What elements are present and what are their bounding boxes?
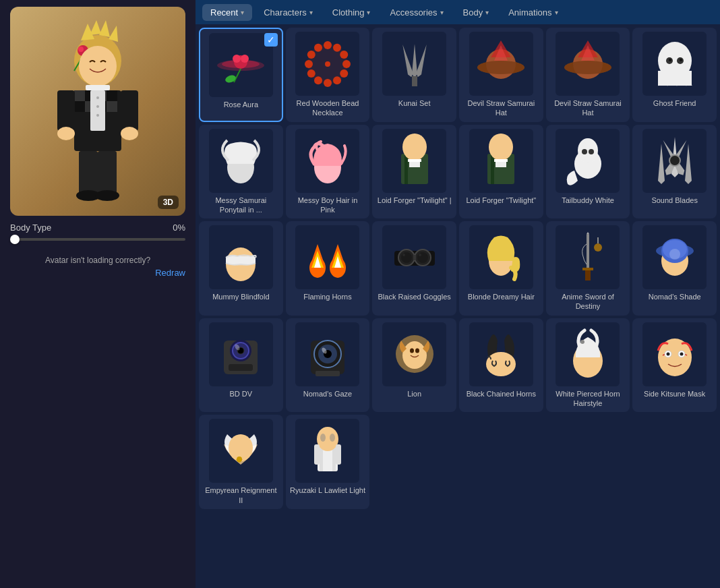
grid-item-mummy-blindfold[interactable]: Mummy Blindfold [199, 221, 283, 316]
svg-point-111 [417, 252, 428, 263]
grid-item-ghost-friend[interactable]: Ghost Friend [632, 28, 717, 122]
svg-rect-159 [314, 444, 320, 465]
item-label-empyrean-reignment: Empyrean Reignment II [203, 486, 279, 505]
svg-marker-94 [658, 144, 665, 184]
svg-point-112 [402, 254, 405, 256]
svg-rect-27 [79, 151, 98, 195]
svg-point-157 [320, 434, 326, 442]
chevron-accessories: ▾ [440, 9, 444, 16]
grid-item-nomads-gaze[interactable]: Nomad's Gaze [286, 318, 370, 413]
grid-item-sound-blades[interactable]: Sound Blades [632, 125, 717, 219]
svg-rect-28 [98, 151, 117, 195]
item-label-blonde-dreamy-hair: Blonde Dreamy Hair [468, 292, 535, 301]
item-image-tailbuddy-white [556, 129, 620, 193]
svg-point-150 [680, 353, 683, 356]
svg-marker-54 [400, 43, 414, 77]
item-label-messy-samurai: Messy Samurai Ponytail in ... [203, 196, 279, 215]
chevron-animations: ▾ [555, 9, 558, 16]
svg-point-45 [305, 60, 313, 68]
grid-item-side-kitsune-mask[interactable]: Side Kitsune Mask [632, 318, 717, 413]
svg-point-63 [564, 61, 611, 74]
svg-point-71 [680, 59, 682, 61]
grid-item-lion[interactable]: Lion [372, 318, 456, 413]
grid-item-bd-dv[interactable]: BD DV [199, 318, 283, 413]
body-type-slider[interactable] [10, 238, 185, 241]
nav-label-body: Body [463, 7, 483, 18]
svg-rect-16 [107, 90, 117, 101]
svg-point-110 [401, 252, 412, 263]
grid-item-loid-forger-twilight[interactable]: Loid Forger "Twilight" | [372, 125, 456, 219]
grid-item-empyrean-reignment[interactable]: Empyrean Reignment II [199, 415, 283, 509]
grid-item-messy-boy[interactable]: Messy Boy Hair in Pink [286, 125, 370, 219]
svg-point-93 [669, 155, 680, 166]
svg-point-20 [96, 96, 99, 99]
svg-rect-13 [74, 101, 85, 112]
grid-item-loid-forger-twilight2[interactable]: Loid Forger "Twilight" [459, 125, 543, 219]
svg-point-158 [330, 434, 335, 442]
svg-line-36 [234, 69, 241, 82]
svg-point-26 [121, 127, 138, 140]
svg-rect-24 [121, 90, 138, 131]
nav-item-clothing[interactable]: Clothing ▾ [324, 4, 379, 21]
svg-point-44 [307, 69, 316, 78]
nav-label-characters: Characters [264, 7, 307, 18]
grid-item-anime-sword-destiny[interactable]: Anime Sword of Destiny [546, 221, 630, 316]
svg-point-89 [589, 149, 594, 154]
svg-rect-83 [496, 162, 506, 167]
nav-item-characters[interactable]: Characters ▾ [256, 4, 321, 21]
grid-item-red-wooden-bead[interactable]: Red Wooden Bead Necklace [286, 28, 370, 122]
grid-item-devil-straw-2[interactable]: Devil Straw Samurai Hat [546, 28, 630, 122]
nav-item-body[interactable]: Body ▾ [455, 4, 498, 21]
grid-item-rose-aura[interactable]: Rose Aura✓ [199, 28, 283, 122]
grid-item-devil-straw-1[interactable]: Devil Straw Samurai Hat [459, 28, 543, 122]
item-image-black-raised-goggles [382, 225, 446, 289]
svg-marker-116 [587, 232, 589, 234]
svg-point-49 [333, 43, 341, 51]
item-label-lion: Lion [407, 389, 421, 399]
grid-item-kunai-set[interactable]: Kunai Set [372, 28, 456, 122]
item-image-loid-forger-twilight2 [469, 129, 533, 193]
item-image-devil-straw-1 [469, 32, 533, 96]
svg-rect-82 [494, 159, 508, 162]
svg-rect-118 [585, 270, 591, 281]
item-label-rose-aura: Rose Aura [224, 100, 258, 109]
items-grid-container[interactable]: Rose Aura✓ Red Wooden Bead Necklace Kuna… [196, 24, 720, 588]
chevron-clothing: ▾ [367, 9, 370, 16]
grid-item-nomads-shade[interactable]: Nomad's Shade [632, 221, 717, 316]
svg-point-70 [669, 59, 671, 61]
items-grid: Rose Aura✓ Red Wooden Bead Necklace Kuna… [199, 28, 717, 509]
item-label-black-raised-goggles: Black Raised Goggles [378, 292, 451, 301]
item-label-mummy-blindfold: Mummy Blindfold [212, 292, 269, 301]
item-label-kunai-set: Kunai Set [398, 98, 431, 108]
item-label-tailbuddy-white: Tailbuddy White [562, 196, 614, 205]
grid-item-black-chained-horns[interactable]: Black Chained Horns [459, 318, 543, 413]
nav-item-accessories[interactable]: Accessories ▾ [382, 4, 451, 21]
item-label-loid-forger-twilight: Loid Forger "Twilight" | [378, 196, 452, 205]
grid-item-ryuzaki[interactable]: Ryuzaki L Lawliet Light [286, 415, 370, 509]
grid-item-flaming-horns[interactable]: Flaming Horns [286, 221, 370, 316]
svg-rect-131 [229, 364, 253, 371]
svg-rect-75 [404, 154, 408, 184]
item-label-bd-dv: BD DV [230, 389, 253, 399]
top-nav: Recent ▾ Characters ▾ Clothing ▾ Accesso… [196, 0, 720, 24]
nav-item-animations[interactable]: Animations ▾ [500, 4, 566, 21]
chevron-characters: ▾ [309, 9, 313, 16]
grid-item-blonde-dreamy-hair[interactable]: Blonde Dreamy Hair [459, 221, 543, 316]
redraw-button[interactable]: Redraw [7, 268, 189, 278]
grid-item-black-raised-goggles[interactable]: Black Raised Goggles [372, 221, 456, 316]
item-image-side-kitsune-mask [642, 322, 707, 386]
svg-point-37 [224, 74, 237, 84]
body-type-section: Body Type 0% [7, 216, 189, 247]
nav-label-clothing: Clothing [332, 7, 365, 18]
grid-item-white-pierced-horn[interactable]: White Pierced Horn Hairstyle [546, 318, 630, 413]
svg-rect-115 [587, 234, 589, 271]
item-label-devil-straw-1: Devil Straw Samurai Hat [463, 98, 539, 118]
grid-item-tailbuddy-white[interactable]: Tailbuddy White [546, 125, 630, 219]
item-label-devil-straw-2: Devil Straw Samurai Hat [550, 98, 626, 118]
item-label-anime-sword-destiny: Anime Sword of Destiny [550, 292, 626, 312]
nav-item-recent[interactable]: Recent ▾ [202, 4, 252, 21]
item-image-devil-straw-2 [556, 32, 620, 96]
grid-item-messy-samurai[interactable]: Messy Samurai Ponytail in ... [199, 125, 283, 219]
item-label-side-kitsune-mask: Side Kitsune Mask [644, 389, 705, 399]
svg-point-58 [477, 61, 524, 74]
